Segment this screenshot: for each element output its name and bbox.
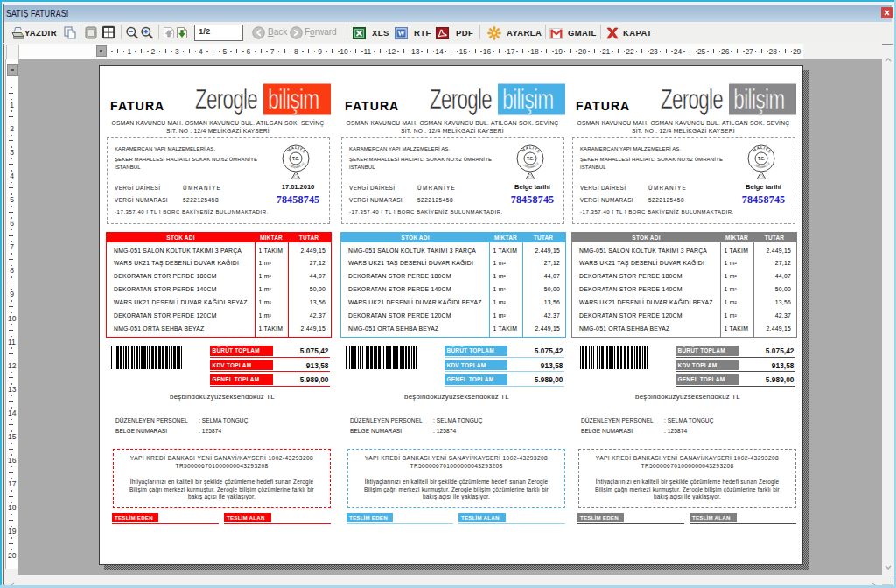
svg-text:bilişim: bilişim xyxy=(733,83,784,115)
svg-text:Zerogle: Zerogle xyxy=(195,83,257,115)
svg-text:bilişim: bilişim xyxy=(268,83,318,115)
svg-text:T.C.: T.C. xyxy=(292,157,299,161)
svg-text:T.C.: T.C. xyxy=(758,157,765,161)
svg-text:T.C.: T.C. xyxy=(527,157,534,161)
svg-text:W: W xyxy=(397,29,405,38)
svg-text:Zerogle: Zerogle xyxy=(661,83,723,115)
svg-text:Zerogle: Zerogle xyxy=(430,83,492,115)
svg-text:bilişim: bilişim xyxy=(502,83,553,115)
